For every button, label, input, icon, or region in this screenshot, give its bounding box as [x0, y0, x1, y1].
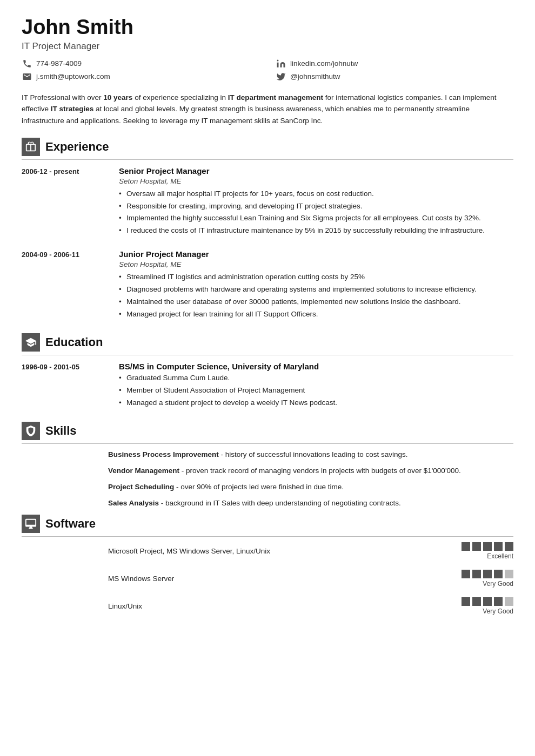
phone-value: 774-987-4009 [36, 59, 82, 68]
software-title: Software [45, 517, 96, 531]
list-item: Responsible for creating, improving, and… [119, 201, 513, 212]
list-item: Managed project for lean training for al… [119, 309, 513, 320]
skill-desc-3: - over 90% of projects led were finished… [174, 483, 344, 491]
rating-label-3: Very Good [483, 608, 513, 615]
linkedin-contact: linkedin.com/johnutw [276, 58, 513, 69]
software-row-2: MS Windows Server Very Good [22, 570, 513, 588]
skill-name-1: Business Process Improvement [108, 450, 219, 458]
dot [462, 570, 470, 578]
entry-title-1: Senior Project Manager [119, 166, 513, 176]
list-item: Member of Student Association of Project… [119, 385, 513, 396]
edu-date-1: 1996-09 - 2001-05 [22, 362, 108, 410]
twitter-icon [276, 71, 286, 82]
software-row-3: Linux/Unix Very Good [22, 597, 513, 615]
dot [505, 542, 513, 551]
skill-name-4: Sales Analysis [108, 499, 159, 507]
rating-label-1: Excellent [487, 552, 513, 560]
education-icon [22, 333, 40, 352]
dot [494, 597, 503, 606]
dot [472, 570, 481, 578]
dot [494, 542, 503, 551]
experience-entry-1: 2006-12 - present Senior Project Manager… [22, 166, 513, 238]
software-name-1: Microsoft Project, MS Windows Server, Li… [108, 547, 451, 555]
software-name-3: Linux/Unix [108, 602, 451, 610]
candidate-name: John Smith [22, 16, 513, 39]
rating-dots-2 [462, 570, 513, 578]
list-item: Oversaw all major hospital IT projects f… [119, 188, 513, 200]
entry-body-2: Junior Project Manager Seton Hospital, M… [119, 249, 513, 321]
entry-bullets-2: Streamlined IT logistics and administrat… [119, 272, 513, 320]
dot [494, 570, 503, 578]
email-value: j.smith@uptowork.com [36, 72, 110, 80]
summary-section: IT Professional with over 10 years of ex… [22, 92, 513, 127]
skills-section: Skills Business Process Improvement - hi… [22, 422, 513, 509]
list-item: Diagnosed problems with hardware and ope… [119, 284, 513, 295]
edu-title-1: BS/MS in Computer Science, University of… [119, 362, 513, 371]
rating-dots-1 [462, 542, 513, 551]
list-item: I reduced the costs of IT infrastructure… [119, 225, 513, 237]
entry-date-2: 2004-09 - 2006-11 [22, 249, 108, 321]
phone-contact: 774-987-4009 [22, 58, 259, 69]
skills-header: Skills [22, 422, 513, 444]
software-icon [22, 515, 40, 533]
education-title: Education [45, 335, 103, 349]
skill-name-2: Vendor Management [108, 467, 179, 475]
experience-icon [22, 138, 40, 156]
education-entry-1: 1996-09 - 2001-05 BS/MS in Computer Scie… [22, 362, 513, 410]
skills-list: Business Process Improvement - history o… [22, 449, 513, 509]
twitter-value: @johnsmithutw [290, 72, 340, 80]
dot-empty [505, 597, 513, 606]
email-icon [22, 71, 32, 82]
entry-date-1: 2006-12 - present [22, 166, 108, 238]
entry-title-2: Junior Project Manager [119, 249, 513, 259]
email-contact: j.smith@uptowork.com [22, 71, 259, 82]
software-row-1: Microsoft Project, MS Windows Server, Li… [22, 542, 513, 560]
twitter-contact: @johnsmithutw [276, 71, 513, 82]
resume-header: John Smith IT Project Manager 774-987-40… [22, 16, 513, 82]
entry-bullets-1: Oversaw all major hospital IT projects f… [119, 188, 513, 237]
svg-point-0 [277, 59, 279, 61]
edu-body-1: BS/MS in Computer Science, University of… [119, 362, 513, 410]
linkedin-icon [276, 58, 286, 69]
rating-dots-3 [462, 597, 513, 606]
edu-bullets-1: Graduated Summa Cum Laude. Member of Stu… [119, 373, 513, 409]
skill-item-4: Sales Analysis - background in IT Sales … [108, 498, 513, 509]
linkedin-value: linkedin.com/johnutw [290, 59, 358, 68]
skill-desc-1: - history of successful innovations lead… [219, 450, 408, 458]
entry-body-1: Senior Project Manager Seton Hospital, M… [119, 166, 513, 238]
experience-header: Experience [22, 138, 513, 160]
dot [462, 542, 470, 551]
software-section: Software Microsoft Project, MS Windows S… [22, 515, 513, 615]
entry-company-2: Seton Hospital, ME [119, 260, 513, 268]
dot [483, 542, 492, 551]
list-item: Managed a student project to develop a w… [119, 397, 513, 409]
list-item: Implemented the highly successful Lean T… [119, 213, 513, 224]
software-name-2: MS Windows Server [108, 575, 451, 583]
dot [483, 597, 492, 606]
skill-name-3: Project Scheduling [108, 483, 174, 491]
skill-item-3: Project Scheduling - over 90% of project… [108, 482, 513, 492]
education-section: Education 1996-09 - 2001-05 BS/MS in Com… [22, 333, 513, 410]
software-rating-3: Very Good [462, 597, 513, 615]
dot [472, 597, 481, 606]
software-rating-1: Excellent [462, 542, 513, 560]
list-item: Maintained the user database of over 300… [119, 296, 513, 308]
education-header: Education [22, 333, 513, 355]
candidate-title: IT Project Manager [22, 41, 513, 52]
dot-empty [505, 570, 513, 578]
skill-desc-2: - proven track record of managing vendor… [179, 467, 461, 475]
experience-section: Experience 2006-12 - present Senior Proj… [22, 138, 513, 321]
entry-company-1: Seton Hospital, ME [119, 177, 513, 185]
rating-label-2: Very Good [483, 580, 513, 588]
skills-title: Skills [45, 424, 76, 438]
skills-icon [22, 422, 40, 440]
experience-entry-2: 2004-09 - 2006-11 Junior Project Manager… [22, 249, 513, 321]
software-rating-2: Very Good [462, 570, 513, 588]
contact-grid: 774-987-4009 linkedin.com/johnutw j.smit… [22, 58, 513, 82]
skill-desc-4: - background in IT Sales with deep under… [159, 499, 401, 507]
list-item: Streamlined IT logistics and administrat… [119, 272, 513, 283]
dot [472, 542, 481, 551]
skill-item-2: Vendor Management - proven track record … [108, 465, 513, 476]
skill-item-1: Business Process Improvement - history o… [108, 449, 513, 460]
software-header: Software [22, 515, 513, 537]
